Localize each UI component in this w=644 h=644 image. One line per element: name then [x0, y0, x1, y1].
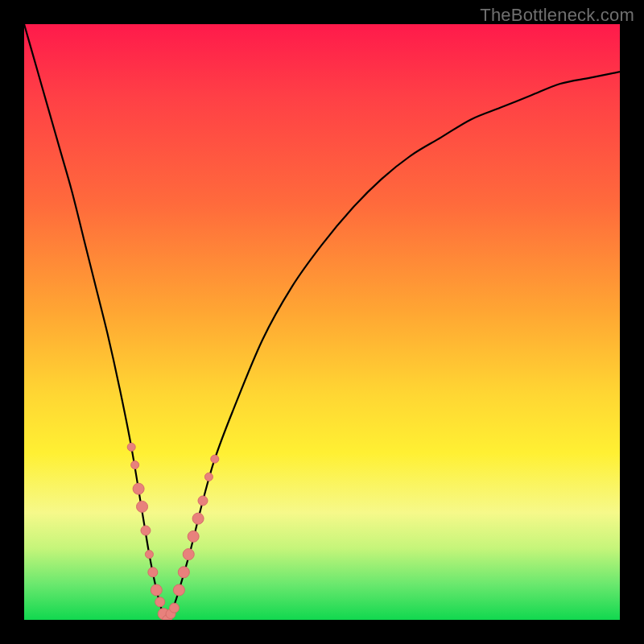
marker-dot — [183, 549, 194, 560]
marker-dot — [131, 461, 139, 469]
curve-svg — [24, 24, 620, 620]
marker-dot — [163, 615, 172, 620]
marker-dot — [137, 501, 148, 512]
bottleneck-curve — [24, 24, 620, 620]
marker-dot — [169, 603, 179, 613]
marker-group — [127, 443, 219, 620]
marker-dot — [198, 496, 208, 506]
marker-dot — [192, 513, 204, 524]
chart-frame: TheBottleneck.com — [0, 0, 644, 644]
marker-dot — [166, 609, 175, 619]
marker-dot — [173, 584, 184, 596]
marker-dot — [145, 551, 153, 559]
marker-dot — [158, 609, 169, 620]
marker-dot — [141, 526, 151, 535]
marker-dot — [133, 483, 144, 494]
marker-dot — [148, 568, 158, 577]
marker-dot — [155, 597, 165, 607]
marker-dot — [188, 530, 199, 542]
marker-dot — [211, 455, 219, 463]
marker-dot — [127, 443, 135, 451]
marker-dot — [151, 584, 162, 596]
watermark-text: TheBottleneck.com — [480, 5, 634, 26]
marker-dot — [178, 567, 189, 578]
plot-area — [24, 24, 620, 620]
marker-dot — [204, 473, 213, 481]
